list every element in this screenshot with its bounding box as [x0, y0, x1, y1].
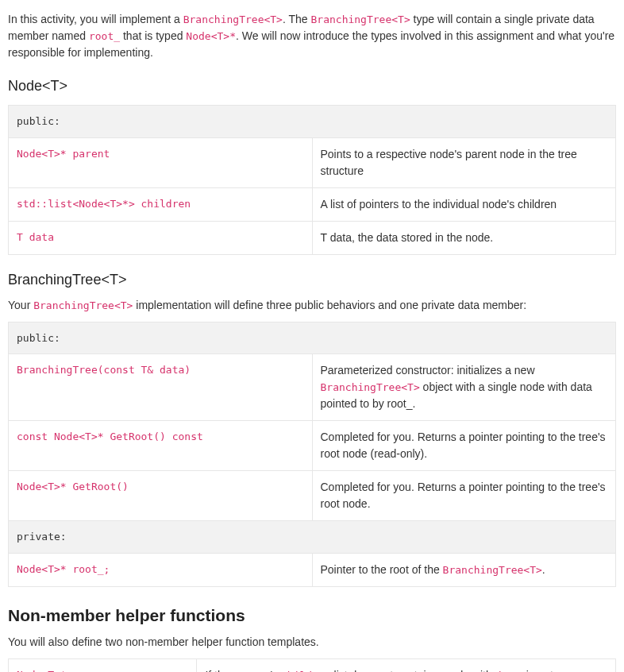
- table-row: Node<T>* root_; Pointer to the root of t…: [9, 553, 616, 586]
- bt-section-title: BranchingTree<T>: [8, 269, 616, 291]
- bt-intro-paragraph: Your BranchingTree<T> implementation wil…: [8, 297, 616, 314]
- description-cell: T data, the data stored in the node.: [312, 221, 616, 254]
- signature-cell: T data: [9, 221, 313, 254]
- table-row: const Node<T>* GetRoot() const Completed…: [9, 421, 616, 471]
- description-cell: A list of pointers to the individual nod…: [312, 187, 616, 221]
- table-row: std::list<Node<T>*> children A list of p…: [9, 187, 616, 221]
- table-row: T data T data, the data stored in the no…: [9, 221, 616, 254]
- description-cell: Pointer to the root of the BranchingTree…: [312, 553, 616, 586]
- table-row: Node<T>* parent Points to a respective n…: [9, 137, 616, 187]
- intro-code: root_: [89, 30, 120, 42]
- intro-code: BranchingTree<T>: [311, 14, 410, 25]
- description-cell: If the parent's children list does not c…: [197, 659, 616, 673]
- table-row: Node<T>* GetRoot() Completed for you. Re…: [9, 471, 616, 521]
- table-header-private: private:: [9, 521, 616, 554]
- description-cell: Points to a respective node's parent nod…: [312, 137, 616, 187]
- node-table: public: Node<T>* parent Points to a resp…: [8, 105, 616, 255]
- description-cell: Parameterized constructor: initializes a…: [312, 354, 616, 421]
- signature-cell: const Node<T>* GetRoot() const: [9, 421, 313, 471]
- helper-table: Node<T>* InsertChild(Node<T>* parent, T …: [8, 658, 616, 672]
- table-row: Node<T>* InsertChild(Node<T>* parent, T …: [9, 659, 616, 673]
- intro-text: In this activity, you will implement a: [8, 13, 183, 25]
- description-cell: Completed for you. Returns a pointer poi…: [312, 421, 616, 471]
- bt-intro-text: Your: [8, 299, 33, 311]
- table-header-public: public:: [9, 106, 616, 138]
- description-cell: Completed for you. Returns a pointer poi…: [312, 471, 616, 521]
- table-header-public: public:: [9, 322, 616, 354]
- bt-intro-text: implementation will define three public …: [133, 299, 526, 311]
- signature-cell: Node<T>* InsertChild(Node<T>* parent, T …: [9, 659, 197, 673]
- bt-table: public: BranchingTree(const T& data) Par…: [8, 322, 616, 587]
- signature-cell: Node<T>* GetRoot(): [9, 471, 313, 521]
- signature-cell: BranchingTree(const T& data): [9, 354, 313, 421]
- signature-cell: Node<T>* parent: [9, 137, 313, 187]
- node-section-title: Node<T>: [8, 75, 616, 97]
- bt-intro-code: BranchingTree<T>: [33, 299, 133, 311]
- intro-code: BranchingTree<T>: [183, 14, 283, 25]
- intro-paragraph: In this activity, you will implement a B…: [8, 11, 616, 61]
- signature-cell: std::list<Node<T>*> children: [9, 187, 313, 221]
- table-row: BranchingTree(const T& data) Parameteriz…: [9, 354, 616, 421]
- intro-code: Node<T>*: [186, 30, 236, 42]
- helper-intro-paragraph: You will also define two non-member help…: [8, 634, 616, 651]
- intro-text: that is typed: [120, 29, 186, 42]
- helper-section-title: Non-member helper functions: [8, 603, 616, 628]
- intro-text: . The: [283, 13, 311, 25]
- signature-cell: Node<T>* root_;: [9, 553, 313, 586]
